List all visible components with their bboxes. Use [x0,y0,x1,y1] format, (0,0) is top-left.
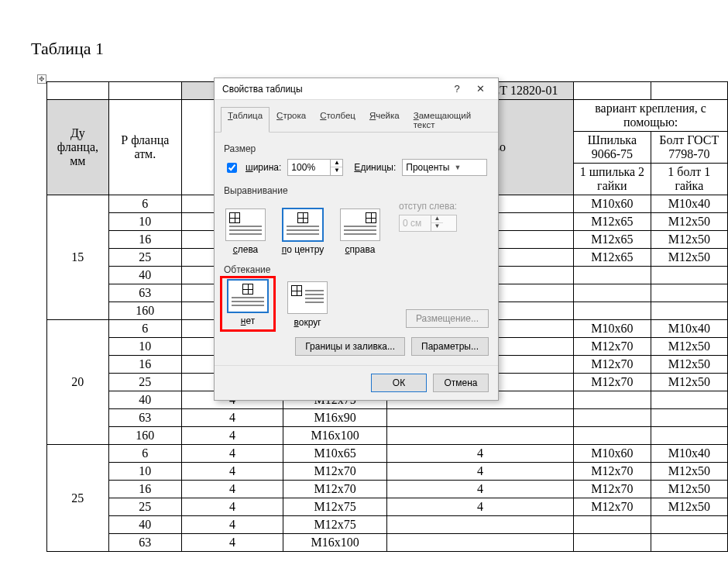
data-cell: 63 [108,284,181,302]
data-cell: М12х70 [574,338,651,356]
data-cell: М12х50 [651,463,727,481]
data-cell: М16х100 [283,534,387,552]
units-select[interactable]: Проценты ▼ [402,159,487,176]
align-left-option[interactable] [225,208,266,241]
data-cell: 6 [108,320,181,338]
data-cell [574,267,651,284]
align-right-option[interactable] [340,208,380,241]
du-cell: 15 [47,195,109,320]
tab-column[interactable]: Столбец [313,107,362,133]
indent-label: отступ слева: [399,201,457,212]
width-spinner[interactable]: ▲▼ [287,159,343,176]
placement-button: Размещение... [406,309,489,328]
data-cell: 40 [108,391,181,409]
data-cell: 10 [108,213,181,231]
dialog-titlebar[interactable]: Свойства таблицы ? ✕ [215,78,498,100]
data-cell: 4 [182,534,283,552]
data-cell [386,409,573,427]
hdr-bolt: Болт ГОСТ 7798-70 [651,132,727,164]
help-button[interactable]: ? [445,83,469,95]
data-cell: 16 [108,356,181,374]
data-cell: 4 [386,445,573,463]
data-cell: М12х75 [283,498,387,516]
data-cell: 10 [108,463,181,481]
data-cell [574,427,651,445]
dialog-title: Свойства таблицы [222,84,445,95]
hdr-variant: вариант крепления, с помощью: [574,100,728,132]
data-cell [574,302,651,320]
data-cell: М10х40 [651,195,727,213]
ok-button[interactable]: ОК [371,374,427,392]
data-cell: 16 [108,231,181,249]
data-cell: М10х60 [574,445,651,463]
data-cell: М12х70 [574,374,651,391]
data-cell: 25 [108,249,181,267]
tab-table[interactable]: Таблица [221,107,270,133]
data-cell: 4 [182,409,283,427]
borders-shading-button[interactable]: Границы и заливка... [295,337,405,356]
hdr-du: Ду фланца, мм [47,100,109,195]
data-cell: 4 [182,481,283,498]
data-cell: 160 [108,427,181,445]
tab-row[interactable]: Строка [270,107,313,133]
close-button[interactable]: ✕ [469,83,492,95]
table-caption: Таблица 1 [31,39,104,59]
tab-cell[interactable]: Ячейка [362,107,407,133]
data-cell: М12х50 [651,249,727,267]
data-cell [574,284,651,302]
chevron-down-icon: ▼ [454,164,483,171]
du-cell: 20 [47,320,109,445]
table-anchor-icon[interactable]: ✥ [37,74,46,84]
data-cell: 4 [386,481,573,498]
du-cell: 25 [47,445,109,552]
align-right-label: справа [345,244,376,255]
align-center-option[interactable] [283,208,323,241]
data-cell: 10 [108,338,181,356]
data-cell: 160 [108,302,181,320]
data-cell: 4 [182,463,283,481]
data-cell [651,391,727,409]
data-cell: М12х70 [574,356,651,374]
units-label: Единицы: [354,162,396,173]
data-cell [651,427,727,445]
data-cell [651,284,727,302]
options-button[interactable]: Параметры... [411,337,489,356]
data-cell [386,516,573,534]
width-input[interactable] [288,160,330,174]
data-cell: М12х50 [651,481,727,498]
hdr-shp: Шпилька 9066-75 [574,132,651,164]
data-cell [651,516,727,534]
table-properties-dialog: Свойства таблицы ? ✕ Таблица Строка Стол… [214,78,499,401]
data-cell: М10х60 [574,320,651,338]
hdr-shp2: 1 шпилька 2 гайки [574,164,651,195]
data-cell: М12х65 [574,213,651,231]
width-checkbox[interactable] [227,163,237,173]
data-cell: 6 [108,445,181,463]
tab-alt-text[interactable]: Замещающий текст [407,107,492,133]
data-cell: М10х40 [651,320,727,338]
data-cell: М12х50 [651,213,727,231]
data-cell [651,302,727,320]
wrap-none-option[interactable] [228,280,268,312]
data-cell: М12х65 [574,249,651,267]
spin-down-icon[interactable]: ▼ [331,167,342,175]
data-cell: М10х40 [651,445,727,463]
data-cell [386,427,573,445]
data-cell: 25 [108,498,181,516]
units-value: Проценты [406,162,449,173]
cancel-button[interactable]: Отмена [433,374,489,392]
data-cell [574,516,651,534]
data-cell: М12х70 [283,463,387,481]
data-cell: М12х75 [283,516,387,534]
wrap-around-option[interactable] [287,281,328,314]
width-label: ширина: [246,162,281,173]
data-cell: М12х50 [651,338,727,356]
wrap-around-label: вокруг [294,317,321,328]
data-cell: 4 [182,427,283,445]
data-cell: М12х70 [574,481,651,498]
data-cell: М16х90 [283,409,387,427]
data-cell [651,267,727,284]
data-cell: 16 [108,481,181,498]
spin-down-icon: ▼ [431,223,443,231]
data-cell: М10х65 [283,445,387,463]
